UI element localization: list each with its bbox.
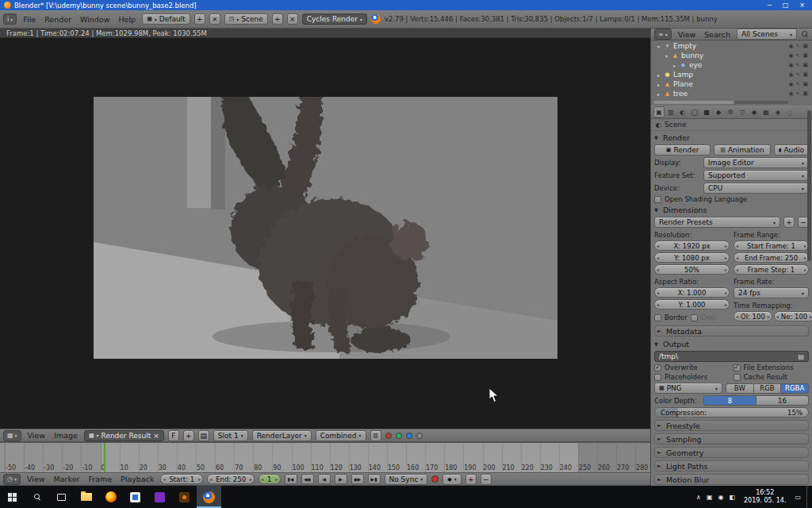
geometry-panel[interactable]: ► Geometry bbox=[654, 447, 809, 458]
jump-to-end-button[interactable]: ▶▮ bbox=[368, 474, 381, 484]
outliner-display-mode[interactable]: All Scenes ▾ bbox=[737, 29, 797, 40]
resolution-y-field[interactable]: Y: 1080 px bbox=[654, 252, 730, 263]
editor-type-selector[interactable]: ≡ ▾ bbox=[654, 29, 672, 40]
timeline-ruler[interactable]: -50-40-30-20-100102030405060708090100110… bbox=[0, 442, 650, 472]
visibility-eye-icon[interactable]: ◉ bbox=[788, 90, 793, 97]
visibility-eye-icon[interactable]: ◉ bbox=[788, 52, 793, 59]
menu-view[interactable]: View bbox=[25, 431, 48, 440]
disclosure-triangle-icon[interactable]: ▸ bbox=[656, 72, 661, 78]
motion-blur-panel[interactable]: ► Motion Blur bbox=[654, 474, 809, 485]
tab-world[interactable]: ◯ bbox=[689, 106, 700, 117]
menu-file[interactable]: File bbox=[21, 15, 38, 24]
feature-set-dropdown[interactable]: Supported ▾ bbox=[703, 170, 809, 181]
search-button[interactable] bbox=[25, 486, 49, 508]
display-dropdown[interactable]: Image Editor ▾ bbox=[703, 157, 809, 168]
play-reverse-button[interactable]: ◀ bbox=[318, 474, 331, 484]
folder-icon[interactable]: ▤ bbox=[798, 353, 804, 360]
close-scene-button[interactable]: × bbox=[287, 13, 298, 25]
outliner-item-bunny[interactable]: ▾ ▲ bunny ◉ ↖ ▣ bbox=[653, 51, 810, 60]
placeholders-checkbox[interactable]: Placeholders bbox=[654, 373, 730, 381]
menu-help[interactable]: Help bbox=[116, 15, 138, 24]
tab-particles[interactable]: ◈ bbox=[772, 106, 783, 117]
frame-step-field[interactable]: Frame Step: 1 bbox=[733, 264, 809, 275]
tray-icon-2[interactable]: ◉ bbox=[718, 494, 723, 501]
menu-render[interactable]: Render bbox=[42, 15, 74, 24]
selectability-cursor-icon[interactable]: ↖ bbox=[796, 43, 801, 49]
light-paths-panel[interactable]: ► Light Paths bbox=[654, 460, 809, 471]
render-engine-select[interactable]: Cycles Render ▾ bbox=[302, 13, 367, 25]
task-view-button[interactable] bbox=[49, 486, 74, 508]
blue-channel-toggle[interactable] bbox=[406, 433, 412, 439]
disclosure-triangle-icon[interactable]: ▸ bbox=[656, 91, 661, 97]
open-image-button[interactable]: ▤ bbox=[198, 430, 209, 441]
sync-mode-dropdown[interactable]: No Sync ▾ bbox=[385, 474, 428, 485]
render-button[interactable]: ▣ Render bbox=[654, 144, 710, 156]
tab-modifiers[interactable]: ⚙ bbox=[725, 106, 736, 117]
rgba-toggle[interactable]: RGBA bbox=[781, 383, 809, 394]
renderability-camera-icon[interactable]: ▣ bbox=[802, 81, 808, 87]
disclosure-triangle-icon[interactable]: ▾ bbox=[656, 44, 661, 49]
editor-type-selector[interactable]: i ▾ bbox=[3, 13, 17, 25]
disclosure-triangle-icon[interactable]: ▸ bbox=[656, 82, 661, 87]
resolution-scale-slider[interactable]: 50% bbox=[654, 264, 730, 275]
compression-slider[interactable]: Compression: 15% bbox=[654, 407, 809, 418]
remap-new-field[interactable]: Ne: 100 bbox=[774, 311, 812, 321]
search-icon[interactable] bbox=[801, 30, 809, 38]
tab-object[interactable]: ■ bbox=[701, 106, 712, 117]
osl-checkbox[interactable]: Open Shading Language bbox=[654, 195, 748, 203]
start-frame-field[interactable]: Start Frame: 1 bbox=[733, 241, 809, 251]
app-purple-button[interactable] bbox=[147, 486, 172, 508]
start-frame-field[interactable]: Start: 1 bbox=[160, 474, 203, 484]
green-channel-toggle[interactable] bbox=[396, 433, 402, 439]
outliner-item-eye[interactable]: ▸ ◆ eye ◉ ↖ ▣ bbox=[653, 60, 810, 70]
current-frame-field[interactable]: 1 bbox=[259, 474, 280, 484]
firefox-button[interactable] bbox=[98, 486, 123, 508]
editor-type-selector[interactable]: ▦ ▾ bbox=[3, 430, 21, 441]
menu-view[interactable]: View bbox=[25, 475, 48, 483]
file-format-dropdown[interactable]: ▦ PNG ▾ bbox=[654, 383, 722, 394]
pin-image-button[interactable]: ▥ bbox=[370, 430, 381, 441]
sampling-panel[interactable]: ► Sampling bbox=[654, 433, 809, 444]
auto-keyframe-record-button[interactable] bbox=[431, 475, 439, 483]
file-extensions-checkbox[interactable]: File Extensions bbox=[733, 364, 810, 371]
image-editor-canvas[interactable] bbox=[0, 38, 650, 429]
file-explorer-button[interactable] bbox=[74, 486, 98, 508]
disclosure-triangle-icon[interactable]: ▸ bbox=[672, 63, 677, 68]
show-desktop-button[interactable] bbox=[806, 486, 810, 508]
disclosure-triangle-icon[interactable]: ▾ bbox=[664, 53, 669, 59]
menu-search[interactable]: Search bbox=[702, 30, 733, 39]
red-channel-toggle[interactable] bbox=[385, 433, 392, 439]
screen-layout-selector[interactable]: ▦ ▾ Default bbox=[142, 13, 190, 25]
aspect-x-field[interactable]: X: 1.000 bbox=[654, 287, 730, 298]
output-panel-header[interactable]: ▼ Output bbox=[654, 339, 809, 349]
outliner-item-tree[interactable]: ▸ ▲ tree ◉ ↖ ▣ bbox=[653, 89, 810, 98]
selectability-cursor-icon[interactable]: ↖ bbox=[796, 81, 801, 87]
tab-texture[interactable]: ▦ bbox=[760, 106, 772, 117]
resolution-x-field[interactable]: X: 1920 px bbox=[654, 241, 730, 251]
delete-keyframe-button[interactable]: − bbox=[481, 474, 492, 485]
alpha-channel-toggle[interactable] bbox=[416, 433, 423, 439]
current-frame-indicator[interactable] bbox=[104, 443, 105, 472]
animation-button[interactable]: ▥ Animation bbox=[714, 144, 770, 156]
tab-render-layers[interactable]: ▥ bbox=[665, 106, 676, 117]
add-layout-button[interactable]: + bbox=[194, 13, 205, 25]
outliner-scrollbar[interactable] bbox=[653, 101, 788, 104]
menu-frame[interactable]: Frame bbox=[86, 475, 114, 483]
selectability-cursor-icon[interactable]: ↖ bbox=[796, 71, 801, 78]
properties-scrollbar[interactable] bbox=[807, 110, 811, 261]
blender-taskbar-button[interactable] bbox=[197, 486, 221, 508]
maximize-button[interactable]: □ bbox=[783, 2, 789, 9]
render-layer-selector[interactable]: RenderLayer ▾ bbox=[252, 430, 312, 441]
tray-icon-3[interactable]: ◧ bbox=[729, 494, 735, 501]
render-presets-dropdown[interactable]: Render Presets ▾ bbox=[654, 217, 780, 228]
tab-object-data[interactable]: ▽ bbox=[737, 106, 748, 117]
crop-checkbox[interactable]: Crop bbox=[691, 314, 717, 321]
outliner-item-lamp[interactable]: ▸ ● Lamp ◉ ↖ ▣ bbox=[653, 70, 810, 79]
depth-8-toggle[interactable]: 8 bbox=[703, 395, 756, 406]
visibility-eye-icon[interactable]: ◉ bbox=[788, 71, 793, 78]
menu-window[interactable]: Window bbox=[78, 15, 112, 24]
rgb-toggle[interactable]: RGB bbox=[754, 383, 782, 394]
image-datablock-selector[interactable]: ▦ ▾ Render Result × bbox=[84, 430, 164, 441]
new-image-button[interactable]: + bbox=[183, 430, 194, 441]
audio-button[interactable]: ◖ Audio bbox=[774, 144, 809, 156]
